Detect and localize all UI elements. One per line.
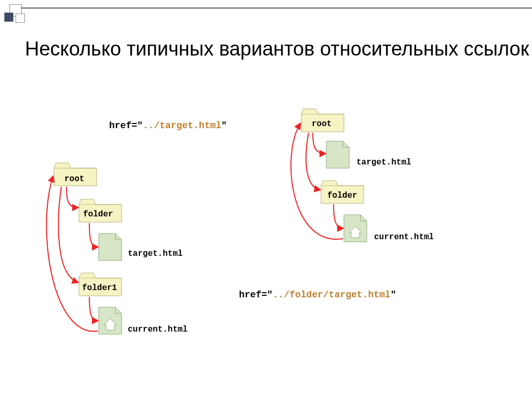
left-folder-label: folder	[83, 210, 113, 219]
left-href-code: href="../target.html"	[109, 120, 227, 131]
left-current-file-icon	[99, 307, 122, 334]
code-path: ../target.html	[143, 120, 221, 131]
right-current-file-icon	[344, 215, 367, 242]
code-kw: href="	[109, 120, 143, 131]
left-folder1-label: folder1	[82, 283, 117, 293]
code-close: "	[391, 290, 396, 300]
page-title: Несколько типичных вариантов относительн…	[25, 36, 529, 62]
code-kw: href="	[239, 290, 273, 300]
right-root-label: root	[312, 119, 331, 129]
left-current-label: current.html	[128, 325, 188, 334]
arrows-svg	[0, 104, 532, 398]
right-folder-label: folder	[327, 191, 357, 200]
right-current-label: current.html	[374, 232, 434, 242]
right-href-code: href="../folder/target.html"	[239, 290, 396, 300]
code-close: "	[221, 120, 227, 131]
slide-top-bar	[21, 7, 532, 9]
left-target-label: target.html	[128, 249, 183, 258]
code-path: ../folder/target.html	[273, 290, 391, 300]
right-target-file-icon	[326, 141, 349, 168]
left-root-label: root	[64, 174, 84, 184]
right-target-label: target.html	[356, 158, 411, 167]
left-target-file-icon	[99, 234, 122, 260]
diagram-stage: href="../target.html" root folder target…	[0, 104, 532, 398]
